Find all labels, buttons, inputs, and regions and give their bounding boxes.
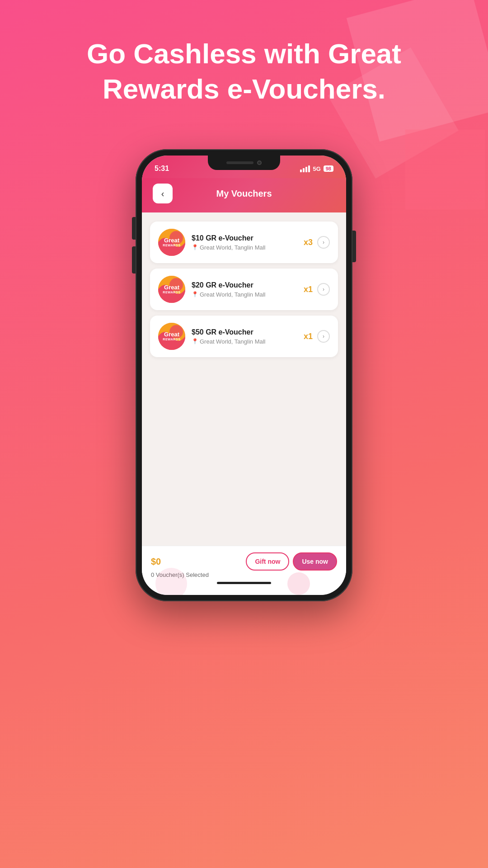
status-right-icons: 5G 98 [300,165,333,172]
status-time: 5:31 [155,165,169,173]
phone-mockup: 5:31 5G 98 ‹ My Vouchers [136,149,352,601]
logo-text-3: Great REWARDS [163,331,180,341]
voucher-location-text-10: Great World, Tanglin Mall [200,244,265,251]
back-arrow-icon: ‹ [161,189,164,198]
signal-bar-1 [300,170,302,172]
voucher-chevron-50[interactable]: › [317,330,330,343]
bottom-bar: $0 Gift now Use now 0 Voucher(s) Selecte… [142,546,346,595]
notch-camera [257,160,262,165]
voucher-card-20[interactable]: Great REWARDS $20 GR e-Voucher 📍 Great W… [150,269,338,310]
logo-text: Great REWARDS [163,237,180,247]
signal-bar-2 [303,168,305,172]
phone-screen: 5:31 5G 98 ‹ My Vouchers [142,156,346,595]
voucher-card-50[interactable]: Great REWARDS $50 GR e-Voucher 📍 Great W… [150,316,338,357]
voucher-card-10[interactable]: Great REWARDS $10 GR e-Voucher 📍 Great W… [150,222,338,263]
phone-notch [208,156,280,170]
voucher-location-10: 📍 Great World, Tanglin Mall [192,244,297,251]
signal-bar-4 [308,165,310,172]
voucher-logo-50: Great REWARDS [158,323,185,350]
volume-down-button [132,246,136,274]
volume-up-button [132,217,136,240]
logo-text-2: Great REWARDS [163,284,180,294]
power-button [352,231,356,262]
voucher-chevron-20[interactable]: › [317,283,330,296]
deco-circle-1 [287,572,310,595]
use-now-button[interactable]: Use now [293,552,337,571]
total-amount: $0 [151,557,161,567]
voucher-right-20: x1 › [304,283,330,296]
location-pin-icon: 📍 [192,244,198,250]
voucher-info-10: $10 GR e-Voucher 📍 Great World, Tanglin … [192,234,297,251]
signal-bar-3 [305,167,307,172]
voucher-location-text-50: Great World, Tanglin Mall [200,338,265,345]
voucher-right-10: x3 › [304,236,330,249]
bottom-top-row: $0 Gift now Use now [151,552,337,571]
voucher-name-10: $10 GR e-Voucher [192,234,297,242]
app-header: ‹ My Vouchers [142,178,346,212]
phone-outer-shell: 5:31 5G 98 ‹ My Vouchers [136,149,352,601]
headline-section: Go Cashless with Great Rewards e-Voucher… [0,36,488,106]
location-pin-icon-2: 📍 [192,291,198,297]
battery-indicator: 98 [324,165,333,172]
voucher-list: Great REWARDS $10 GR e-Voucher 📍 Great W… [142,212,346,546]
voucher-logo-10: Great REWARDS [158,229,185,256]
voucher-info-20: $20 GR e-Voucher 📍 Great World, Tanglin … [192,281,297,298]
voucher-logo-20: Great REWARDS [158,276,185,303]
voucher-count-20: x1 [304,285,313,294]
voucher-right-50: x1 › [304,330,330,343]
signal-icon [300,165,310,172]
voucher-chevron-10[interactable]: › [317,236,330,249]
back-button[interactable]: ‹ [153,184,173,203]
voucher-name-50: $50 GR e-Voucher [192,328,297,336]
headline-text: Go Cashless with Great Rewards e-Voucher… [36,36,452,106]
voucher-count-50: x1 [304,332,313,341]
voucher-location-20: 📍 Great World, Tanglin Mall [192,291,297,298]
network-type: 5G [313,165,320,172]
page-title: My Vouchers [216,189,272,199]
voucher-location-50: 📍 Great World, Tanglin Mall [192,338,297,345]
notch-speaker [226,161,253,164]
voucher-location-text-20: Great World, Tanglin Mall [200,291,265,298]
location-pin-icon-3: 📍 [192,338,198,344]
gift-now-button[interactable]: Gift now [246,552,289,571]
voucher-count-10: x3 [304,238,313,247]
home-indicator [217,582,271,584]
voucher-name-20: $20 GR e-Voucher [192,281,297,289]
voucher-info-50: $50 GR e-Voucher 📍 Great World, Tanglin … [192,328,297,345]
action-buttons: Gift now Use now [246,552,337,571]
